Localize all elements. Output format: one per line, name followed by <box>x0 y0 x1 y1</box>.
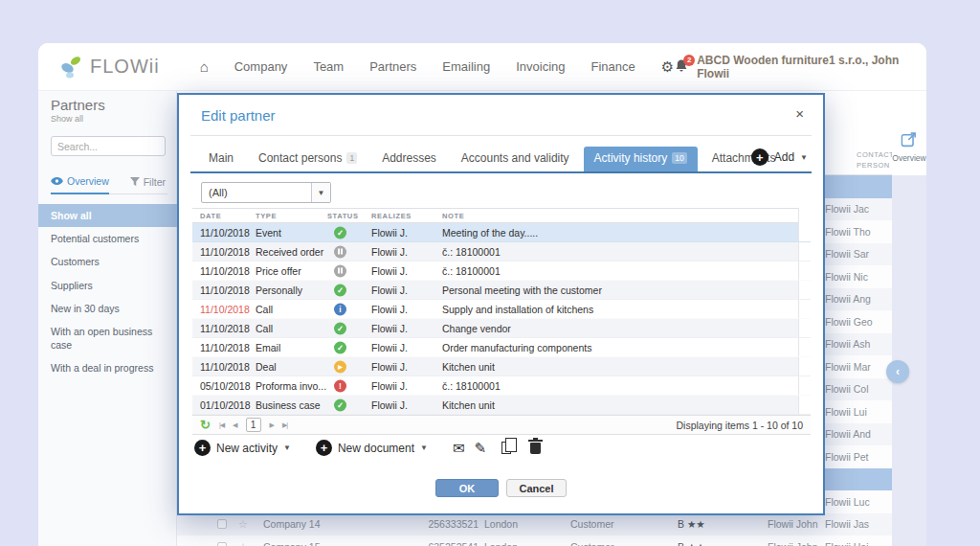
new-activity-button[interactable]: + New activity ▼ <box>194 440 291 456</box>
ok-button[interactable]: OK <box>435 479 499 497</box>
favorite-star-icon[interactable]: ☆ <box>238 540 248 546</box>
favorite-star-icon[interactable]: ☆ <box>238 518 248 531</box>
prev-page-button[interactable]: ◀ <box>233 421 236 429</box>
status-glyph <box>338 249 343 255</box>
row-checkbox[interactable] <box>217 542 227 546</box>
overview-quicklink-label: Overview <box>892 153 925 163</box>
tab-activity-history[interactable]: Activity history10 <box>584 147 698 171</box>
sidebar-item-new-in-30-days[interactable]: New in 30 days <box>38 297 177 320</box>
sidebar-item-customers[interactable]: Customers <box>38 250 177 273</box>
nav-item-team[interactable]: Team <box>313 59 344 74</box>
new-document-button[interactable]: + New document ▼ <box>316 440 428 456</box>
activity-type: Call <box>256 304 326 315</box>
activity-type: Call <box>256 323 326 334</box>
copy-icon[interactable] <box>501 442 511 454</box>
nav-item-invoicing[interactable]: Invoicing <box>516 59 565 74</box>
activity-row[interactable]: 11/10/2018CalliFlowii J.Supply and insta… <box>192 300 811 319</box>
table-row[interactable]: ☆Company 14256333521LondonCustomerB ★★Fl… <box>177 513 892 536</box>
contact-person: Flowii Ash <box>825 338 886 350</box>
activity-date: 11/10/2018 <box>200 246 250 258</box>
activity-date: 11/10/2018 <box>200 342 250 353</box>
plus-icon: + <box>316 440 332 456</box>
home-icon[interactable]: ⌂ <box>200 58 209 75</box>
collapse-panel-button[interactable]: ‹ <box>886 360 909 383</box>
tab-label: Main <box>209 151 234 165</box>
right-gutter: Overview <box>892 91 926 546</box>
activity-date: 11/10/2018 <box>200 227 250 239</box>
account-name[interactable]: ABCD Wooden furniture1 s.r.o., John Flow… <box>697 54 905 80</box>
notification-count-badge: 2 <box>683 55 695 66</box>
modal-title: Edit partner <box>201 107 276 124</box>
activity-row[interactable]: 11/10/2018Call✓Flowii J.Change vendor <box>192 319 811 338</box>
status-glyph: ✓ <box>337 343 344 352</box>
delete-trash-icon[interactable] <box>530 443 541 454</box>
contact-person: Flowii Ang <box>825 293 886 305</box>
activity-note: Meeting of the day..... <box>442 227 538 239</box>
activity-row[interactable]: 11/10/2018Price offerFlowii J.č.: 181000… <box>192 262 811 281</box>
activity-note: Kitchen unit <box>442 399 495 411</box>
cancel-button[interactable]: Cancel <box>506 479 567 497</box>
sidebar-item-show-all[interactable]: Show all <box>38 204 177 227</box>
activity-row[interactable]: 05/10/2018Proforma invo...!Flowii J.č.: … <box>192 376 811 396</box>
edit-pencil-icon[interactable]: ✎ <box>474 441 486 455</box>
search-input[interactable] <box>51 136 166 156</box>
row-checkbox[interactable] <box>217 519 227 529</box>
first-page-button[interactable]: |◀ <box>219 421 224 429</box>
status-pause-icon <box>334 264 346 277</box>
tab-addresses[interactable]: Addresses <box>371 147 447 171</box>
column-header-note: NOTE <box>442 212 464 220</box>
tab-accounts-and-validity[interactable]: Accounts and validity <box>451 147 580 171</box>
chevron-down-icon: ▼ <box>800 153 808 162</box>
nav-item-emailing[interactable]: Emailing <box>442 59 490 74</box>
column-header-status: STATUS <box>327 212 359 220</box>
sidebar-item-with-an-open-business-case[interactable]: With an open business case <box>38 320 177 356</box>
close-icon[interactable]: × <box>795 106 804 121</box>
tab-main[interactable]: Main <box>198 147 244 171</box>
sidebar-item-suppliers[interactable]: Suppliers <box>38 274 177 297</box>
activity-row[interactable]: 11/10/2018Email✓Flowii J.Order manufactu… <box>192 338 811 357</box>
chevron-down-icon: ▼ <box>420 444 428 452</box>
email-icon[interactable]: ✉ <box>453 441 465 455</box>
tab-overview[interactable]: Overview <box>51 171 109 194</box>
contact-person: Flowii Nic <box>825 271 886 283</box>
activity-type: Deal <box>256 361 326 373</box>
flowii-logo[interactable]: FLOWii <box>59 55 160 80</box>
nav-item-finance[interactable]: Finance <box>590 59 635 74</box>
activity-toolbar: + New activity ▼ + New document ▼ ✉ ✎ <box>194 440 541 456</box>
sidebar-item-with-a-deal-in-progress[interactable]: With a deal in progress <box>38 356 177 379</box>
tab-contact-persons[interactable]: Contact persons1 <box>248 147 368 171</box>
activity-row[interactable]: 11/10/2018Received orderFlowii J.č.: 181… <box>192 242 811 262</box>
overview-quicklink[interactable]: Overview <box>892 131 925 163</box>
refresh-icon[interactable]: ↻ <box>200 419 211 431</box>
page-number-box[interactable]: 1 <box>246 418 261 432</box>
tab-filter[interactable]: Filter <box>109 171 167 193</box>
contact-person: Flowii Luc <box>825 496 886 508</box>
last-page-button[interactable]: ▶| <box>282 421 287 429</box>
next-page-button[interactable]: ▶ <box>270 421 274 429</box>
pagination-status: Displaying items 1 - 10 of 10 <box>677 420 803 431</box>
add-button[interactable]: + Add ▼ <box>751 148 808 166</box>
company-city: London <box>484 518 561 530</box>
activity-row[interactable]: 11/10/2018Personally✓Flowii J.Personal m… <box>192 281 811 300</box>
activity-row[interactable]: 11/10/2018Event✓Flowii J.Meeting of the … <box>192 223 811 242</box>
table-row[interactable]: ☆Company 15635252541LondonCustomerB ★★Fl… <box>177 535 892 546</box>
nav-item-partners[interactable]: Partners <box>369 59 416 74</box>
activity-type-dropdown[interactable]: (All) ▼ <box>201 182 331 203</box>
sidebar-item-potential-customers[interactable]: Potential customers <box>38 227 177 250</box>
tab-label: Contact persons <box>258 151 342 165</box>
company-number: 256333521 <box>397 518 479 530</box>
scrollbar-gutter <box>798 319 811 337</box>
scrollbar-gutter <box>798 396 811 414</box>
contact-person: Flowii And <box>825 428 886 440</box>
company-type: Customer <box>570 518 657 530</box>
activity-realizes: Flowii J. <box>371 380 408 392</box>
activity-date: 01/10/2018 <box>200 399 251 411</box>
nav-item-company[interactable]: Company <box>234 59 288 74</box>
notifications-bell-icon[interactable]: 2 <box>674 58 689 76</box>
gear-icon[interactable]: ⚙ <box>661 58 674 76</box>
activity-row[interactable]: 01/10/2018Business case✓Flowii J.Kitchen… <box>192 396 811 415</box>
sidebar-filter-list: Show allPotential customersCustomersSupp… <box>38 204 164 379</box>
activity-row[interactable]: 11/10/2018Deal▶Flowii J.Kitchen unit <box>192 357 811 376</box>
activity-rows: 11/10/2018Event✓Flowii J.Meeting of the … <box>192 223 811 415</box>
company-name: Company 15 <box>263 541 388 546</box>
